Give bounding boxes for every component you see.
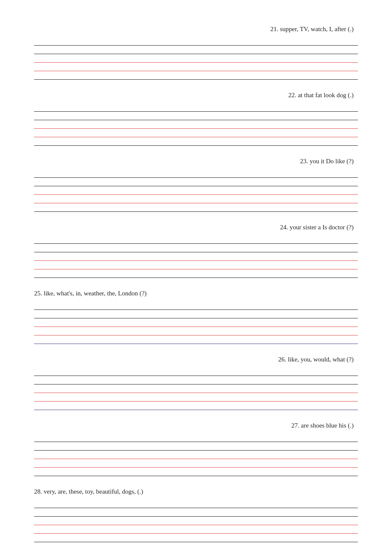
answer-line-23-0[interactable] xyxy=(34,169,358,178)
answer-lines-28 xyxy=(34,500,358,542)
answer-lines-21 xyxy=(34,37,358,80)
answer-line-24-3[interactable] xyxy=(34,261,358,269)
answer-line-21-1[interactable] xyxy=(34,46,358,54)
answer-line-22-1[interactable] xyxy=(34,112,358,120)
answer-line-22-4[interactable] xyxy=(34,137,358,146)
question-27: 27. are shoes blue his (.) xyxy=(34,422,358,429)
answer-line-28-2[interactable] xyxy=(34,517,358,525)
answer-line-27-0[interactable] xyxy=(34,434,358,442)
question-26: 26. like, you, would, what (?) xyxy=(34,356,358,363)
question-21: 21. supper, TV, watch, I, after (.) xyxy=(34,26,358,33)
answer-line-26-1[interactable] xyxy=(34,376,358,384)
answer-line-28-3[interactable] xyxy=(34,525,358,534)
answer-line-22-2[interactable] xyxy=(34,120,358,129)
answer-line-21-0[interactable] xyxy=(34,37,358,46)
answer-line-24-2[interactable] xyxy=(34,252,358,261)
answer-line-21-2[interactable] xyxy=(34,54,358,63)
answer-lines-27 xyxy=(34,434,358,476)
answer-line-27-4[interactable] xyxy=(34,468,358,476)
exercise-block-23: 23. you it Do like (?) xyxy=(34,158,358,212)
answer-line-23-3[interactable] xyxy=(34,195,358,203)
question-25: 25. like, what's, in, weather, the, Lond… xyxy=(34,290,358,297)
question-22: 22. at that fat look dog (.) xyxy=(34,92,358,99)
answer-line-26-2[interactable] xyxy=(34,384,358,393)
answer-line-26-3[interactable] xyxy=(34,393,358,402)
answer-line-21-4[interactable] xyxy=(34,71,358,80)
exercise-block-24: 24. your sister a Is doctor (?) xyxy=(34,224,358,278)
answer-lines-24 xyxy=(34,235,358,278)
answer-line-21-3[interactable] xyxy=(34,63,358,71)
question-24: 24. your sister a Is doctor (?) xyxy=(34,224,358,231)
answer-line-26-0[interactable] xyxy=(34,367,358,376)
answer-line-26-4[interactable] xyxy=(34,402,358,410)
exercise-block-22: 22. at that fat look dog (.) xyxy=(34,92,358,146)
exercise-block-21: 21. supper, TV, watch, I, after (.) xyxy=(34,26,358,80)
answer-line-25-0[interactable] xyxy=(34,301,358,310)
answer-line-24-0[interactable] xyxy=(34,235,358,244)
answer-line-23-1[interactable] xyxy=(34,178,358,186)
answer-line-25-4[interactable] xyxy=(34,335,358,344)
answer-line-28-1[interactable] xyxy=(34,508,358,517)
answer-line-27-2[interactable] xyxy=(34,451,358,459)
exercise-block-28: 28. very, are, these, toy, beautiful, do… xyxy=(34,488,358,542)
answer-line-23-4[interactable] xyxy=(34,203,358,212)
answer-lines-25 xyxy=(34,301,358,344)
exercise-block-26: 26. like, you, would, what (?) xyxy=(34,356,358,410)
answer-line-25-2[interactable] xyxy=(34,318,358,327)
main-content: 21. supper, TV, watch, I, after (.)22. a… xyxy=(34,26,358,555)
answer-lines-26 xyxy=(34,367,358,410)
exercise-block-25: 25. like, what's, in, weather, the, Lond… xyxy=(34,290,358,344)
answer-line-28-4[interactable] xyxy=(34,534,358,542)
answer-line-27-3[interactable] xyxy=(34,459,358,468)
exercise-block-27: 27. are shoes blue his (.) xyxy=(34,422,358,476)
answer-line-28-0[interactable] xyxy=(34,500,358,508)
answer-line-24-1[interactable] xyxy=(34,244,358,252)
question-28: 28. very, are, these, toy, beautiful, do… xyxy=(34,488,358,495)
question-23: 23. you it Do like (?) xyxy=(34,158,358,165)
answer-line-27-1[interactable] xyxy=(34,442,358,451)
answer-lines-23 xyxy=(34,169,358,212)
answer-line-25-1[interactable] xyxy=(34,310,358,318)
answer-line-24-4[interactable] xyxy=(34,269,358,278)
answer-line-22-0[interactable] xyxy=(34,103,358,112)
answer-lines-22 xyxy=(34,103,358,146)
answer-line-25-3[interactable] xyxy=(34,327,358,335)
answer-line-22-3[interactable] xyxy=(34,129,358,137)
answer-line-23-2[interactable] xyxy=(34,186,358,195)
